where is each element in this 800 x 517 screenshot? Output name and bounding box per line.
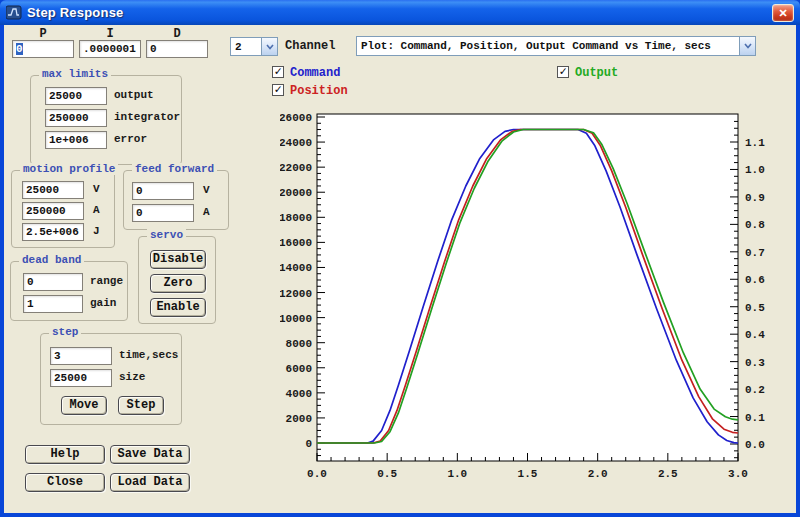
ff-a-label: A (203, 206, 210, 218)
svg-text:10000: 10000 (280, 313, 312, 325)
svg-text:14000: 14000 (280, 262, 312, 274)
range-input[interactable]: 0 (23, 273, 83, 291)
servo-group: servo Disable Zero Enable (138, 236, 216, 324)
svg-text:2.5: 2.5 (658, 468, 678, 480)
svg-text:4000: 4000 (286, 388, 312, 400)
move-button[interactable]: Move (61, 396, 107, 415)
svg-text:6000: 6000 (286, 363, 312, 375)
gain-label: gain (90, 297, 116, 309)
plot-select[interactable]: Plot: Command, Position, Output Command … (356, 36, 756, 56)
d-input[interactable]: 0 (146, 40, 208, 58)
svg-text:16000: 16000 (280, 237, 312, 249)
close-icon[interactable]: ✕ (772, 4, 794, 22)
max-integrator-label: integrator (114, 111, 180, 123)
save-data-button[interactable]: Save Data (110, 445, 190, 464)
plot-canvas: 0200040006000800010000120001400016000180… (280, 105, 792, 490)
svg-text:0.6: 0.6 (745, 274, 765, 286)
i-input[interactable]: .0000001 (79, 40, 141, 58)
i-label: I (79, 27, 141, 41)
svg-text:0.9: 0.9 (745, 192, 765, 204)
svg-text:8000: 8000 (286, 338, 312, 350)
svg-text:0.3: 0.3 (745, 357, 765, 369)
svg-text:0.0: 0.0 (745, 439, 765, 451)
app-icon (6, 5, 22, 21)
svg-text:0.1: 0.1 (745, 412, 765, 424)
size-label: size (119, 371, 145, 383)
svg-text:2000: 2000 (286, 413, 312, 425)
dead-band-group: dead band 0 range 1 gain (10, 261, 128, 321)
plot-select-value: Plot: Command, Position, Output Command … (357, 40, 739, 52)
profile-a-input[interactable]: 250000 (22, 202, 84, 220)
motion-profile-group: motion profile 25000 V 250000 A 2.5e+006… (11, 170, 115, 248)
svg-text:0.0: 0.0 (307, 468, 327, 480)
svg-text:12000: 12000 (280, 288, 312, 300)
command-checkbox-label: Command (290, 66, 340, 80)
svg-text:3.0: 3.0 (728, 468, 748, 480)
profile-j-input[interactable]: 2.5e+006 (22, 223, 84, 241)
profile-a-label: A (93, 204, 100, 216)
profile-v-input[interactable]: 25000 (22, 181, 84, 199)
dead-band-title: dead band (19, 254, 84, 266)
disable-button[interactable]: Disable (150, 250, 206, 269)
profile-v-label: V (93, 183, 100, 195)
command-checkbox[interactable]: ✓ (272, 66, 284, 78)
svg-text:1.1: 1.1 (745, 137, 765, 149)
p-input[interactable]: 0 (12, 40, 74, 58)
svg-text:1.0: 1.0 (745, 164, 765, 176)
channel-value: 2 (231, 41, 261, 53)
svg-text:22000: 22000 (280, 162, 312, 174)
svg-text:2.0: 2.0 (588, 468, 608, 480)
svg-text:1.5: 1.5 (518, 468, 538, 480)
help-button[interactable]: Help (25, 445, 105, 464)
time-label: time,secs (119, 349, 178, 361)
close-button[interactable]: Close (25, 473, 105, 492)
p-label: P (12, 27, 74, 41)
enable-button[interactable]: Enable (150, 298, 206, 317)
zero-button[interactable]: Zero (150, 274, 206, 293)
ff-v-input[interactable]: 0 (132, 182, 194, 200)
channel-label: Channel (285, 39, 335, 53)
max-limits-group: max limits 25000 output 250000 integrato… (30, 75, 182, 165)
svg-text:0.2: 0.2 (745, 384, 765, 396)
size-input[interactable]: 25000 (50, 369, 112, 387)
step-title: step (49, 326, 81, 338)
svg-text:0.8: 0.8 (745, 219, 765, 231)
gain-input[interactable]: 1 (23, 295, 83, 313)
max-integrator-input[interactable]: 250000 (45, 109, 107, 127)
chevron-down-icon[interactable] (261, 38, 277, 55)
time-input[interactable]: 3 (50, 347, 112, 365)
svg-text:24000: 24000 (280, 137, 312, 149)
feed-forward-title: feed forward (132, 163, 217, 175)
position-checkbox-label: Position (290, 84, 348, 98)
output-checkbox-label: Output (575, 66, 618, 80)
max-output-label: output (114, 89, 154, 101)
d-label: D (146, 27, 208, 41)
feed-forward-group: feed forward 0 V 0 A (123, 170, 229, 230)
output-checkbox[interactable]: ✓ (557, 66, 569, 78)
step-button[interactable]: Step (118, 396, 164, 415)
step-response-window: Step Response ✕ P I D 0 .0000001 0 2 Cha… (0, 0, 800, 517)
svg-text:18000: 18000 (280, 212, 312, 224)
svg-text:20000: 20000 (280, 187, 312, 199)
max-error-input[interactable]: 1e+006 (45, 131, 107, 149)
motion-profile-title: motion profile (20, 163, 118, 175)
range-label: range (90, 275, 123, 287)
channel-select[interactable]: 2 (230, 37, 278, 56)
max-error-label: error (114, 133, 147, 145)
window-title: Step Response (27, 5, 124, 20)
ff-a-input[interactable]: 0 (132, 204, 194, 222)
max-output-input[interactable]: 25000 (45, 87, 107, 105)
svg-text:0.7: 0.7 (745, 247, 765, 259)
servo-title: servo (147, 229, 186, 241)
position-checkbox[interactable]: ✓ (272, 84, 284, 96)
titlebar[interactable]: Step Response ✕ (0, 0, 800, 25)
step-group: step 3 time,secs 25000 size Move Step (40, 333, 182, 425)
load-data-button[interactable]: Load Data (110, 473, 190, 492)
svg-text:0: 0 (305, 438, 312, 450)
ff-v-label: V (203, 184, 210, 196)
svg-text:0.4: 0.4 (745, 329, 765, 341)
window-content: P I D 0 .0000001 0 2 Channel Plot: Comma… (4, 25, 796, 513)
svg-text:0.5: 0.5 (745, 302, 765, 314)
chevron-down-icon[interactable] (739, 37, 755, 55)
profile-j-label: J (93, 225, 100, 237)
